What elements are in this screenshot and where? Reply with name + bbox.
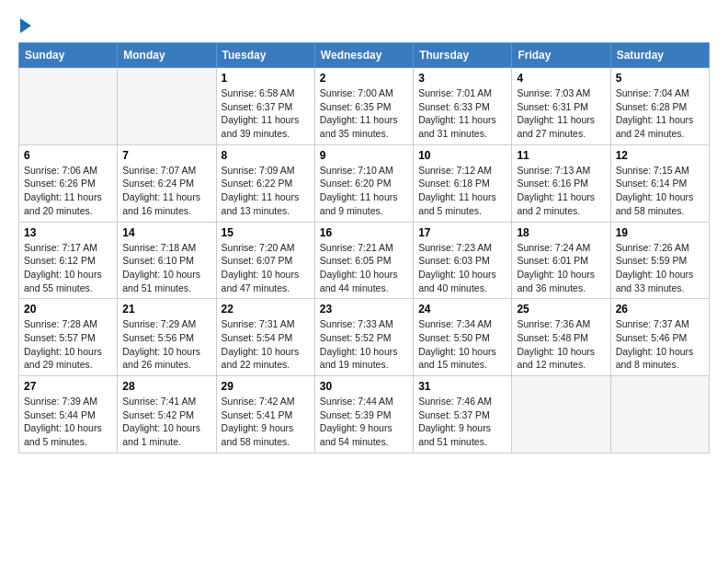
calendar-cell: 25Sunrise: 7:36 AMSunset: 5:48 PMDayligh…: [512, 299, 610, 376]
day-details: Sunrise: 7:46 AMSunset: 5:37 PMDaylight:…: [418, 395, 506, 449]
calendar-cell: 27Sunrise: 7:39 AMSunset: 5:44 PMDayligh…: [19, 376, 118, 454]
day-number: 9: [320, 149, 408, 162]
day-details: Sunrise: 7:20 AMSunset: 6:07 PMDaylight:…: [222, 241, 310, 295]
day-details: Sunrise: 7:34 AMSunset: 5:50 PMDaylight:…: [418, 317, 506, 372]
day-details: Sunrise: 7:15 AMSunset: 6:14 PMDaylight:…: [616, 164, 704, 218]
calendar-week-5: 27Sunrise: 7:39 AMSunset: 5:44 PMDayligh…: [19, 376, 710, 454]
day-number: 31: [418, 380, 506, 393]
calendar-cell: 12Sunrise: 7:15 AMSunset: 6:14 PMDayligh…: [610, 144, 709, 222]
calendar-cell: 7Sunrise: 7:07 AMSunset: 6:24 PMDaylight…: [118, 144, 216, 222]
day-details: Sunrise: 7:44 AMSunset: 5:39 PMDaylight:…: [320, 395, 408, 449]
calendar-cell: 13Sunrise: 7:17 AMSunset: 6:12 PMDayligh…: [19, 222, 118, 299]
day-details: Sunrise: 7:00 AMSunset: 6:35 PMDaylight:…: [320, 86, 408, 141]
day-number: 10: [418, 149, 506, 162]
day-number: 3: [418, 72, 506, 85]
day-details: Sunrise: 7:06 AMSunset: 6:26 PMDaylight:…: [24, 164, 112, 218]
calendar-cell: 9Sunrise: 7:10 AMSunset: 6:20 PMDaylight…: [314, 144, 413, 222]
day-number: 30: [320, 380, 408, 393]
calendar-cell: 10Sunrise: 7:12 AMSunset: 6:18 PMDayligh…: [414, 144, 512, 222]
calendar-week-4: 20Sunrise: 7:28 AMSunset: 5:57 PMDayligh…: [19, 299, 710, 376]
day-details: Sunrise: 7:33 AMSunset: 5:52 PMDaylight:…: [320, 317, 408, 372]
day-number: 29: [222, 380, 310, 393]
day-details: Sunrise: 7:24 AMSunset: 6:01 PMDaylight:…: [517, 241, 605, 295]
calendar-cell: 26Sunrise: 7:37 AMSunset: 5:46 PMDayligh…: [610, 299, 709, 376]
day-number: 22: [222, 303, 310, 316]
day-number: 2: [320, 72, 408, 85]
day-number: 12: [616, 149, 704, 162]
day-number: 7: [122, 149, 210, 162]
day-details: Sunrise: 7:21 AMSunset: 6:05 PMDaylight:…: [320, 241, 408, 295]
calendar-cell: 16Sunrise: 7:21 AMSunset: 6:05 PMDayligh…: [314, 222, 413, 299]
calendar-cell: 6Sunrise: 7:06 AMSunset: 6:26 PMDaylight…: [19, 144, 118, 222]
calendar-cell: 11Sunrise: 7:13 AMSunset: 6:16 PMDayligh…: [512, 144, 610, 222]
page-header: [18, 18, 710, 33]
day-details: Sunrise: 7:31 AMSunset: 5:54 PMDaylight:…: [222, 317, 310, 372]
day-details: Sunrise: 7:03 AMSunset: 6:31 PMDaylight:…: [517, 86, 605, 141]
day-number: 6: [24, 149, 112, 162]
day-details: Sunrise: 7:23 AMSunset: 6:03 PMDaylight:…: [418, 241, 506, 295]
day-details: Sunrise: 7:18 AMSunset: 6:10 PMDaylight:…: [122, 241, 210, 295]
day-details: Sunrise: 7:01 AMSunset: 6:33 PMDaylight:…: [418, 86, 506, 141]
calendar-cell: 23Sunrise: 7:33 AMSunset: 5:52 PMDayligh…: [314, 299, 413, 376]
day-number: 19: [616, 226, 704, 239]
day-details: Sunrise: 7:36 AMSunset: 5:48 PMDaylight:…: [517, 317, 605, 372]
day-details: Sunrise: 7:29 AMSunset: 5:56 PMDaylight:…: [122, 317, 210, 372]
day-number: 20: [24, 303, 112, 316]
day-number: 8: [222, 149, 310, 162]
weekday-header-friday: Friday: [512, 43, 610, 68]
weekday-header-wednesday: Wednesday: [314, 43, 413, 68]
day-number: 14: [122, 226, 210, 239]
calendar-cell: 4Sunrise: 7:03 AMSunset: 6:31 PMDaylight…: [512, 68, 610, 145]
day-details: Sunrise: 6:58 AMSunset: 6:37 PMDaylight:…: [222, 86, 310, 141]
calendar-cell: 22Sunrise: 7:31 AMSunset: 5:54 PMDayligh…: [216, 299, 314, 376]
weekday-header-monday: Monday: [118, 43, 216, 68]
day-details: Sunrise: 7:07 AMSunset: 6:24 PMDaylight:…: [122, 164, 210, 218]
calendar-cell: 21Sunrise: 7:29 AMSunset: 5:56 PMDayligh…: [118, 299, 216, 376]
day-number: 15: [222, 226, 310, 239]
calendar-cell: 5Sunrise: 7:04 AMSunset: 6:28 PMDaylight…: [610, 68, 709, 145]
day-number: 27: [24, 380, 112, 393]
day-details: Sunrise: 7:28 AMSunset: 5:57 PMDaylight:…: [24, 317, 112, 372]
logo: [18, 18, 31, 33]
calendar-header-row: SundayMondayTuesdayWednesdayThursdayFrid…: [19, 43, 710, 68]
calendar-table: SundayMondayTuesdayWednesdayThursdayFrid…: [18, 42, 710, 454]
calendar-week-3: 13Sunrise: 7:17 AMSunset: 6:12 PMDayligh…: [19, 222, 710, 299]
calendar-cell: 24Sunrise: 7:34 AMSunset: 5:50 PMDayligh…: [414, 299, 512, 376]
calendar-cell: 17Sunrise: 7:23 AMSunset: 6:03 PMDayligh…: [414, 222, 512, 299]
day-number: 5: [616, 72, 704, 85]
day-details: Sunrise: 7:04 AMSunset: 6:28 PMDaylight:…: [616, 86, 704, 141]
calendar-cell: [610, 376, 709, 454]
day-number: 4: [517, 72, 605, 85]
day-details: Sunrise: 7:09 AMSunset: 6:22 PMDaylight:…: [222, 164, 310, 218]
day-details: Sunrise: 7:26 AMSunset: 5:59 PMDaylight:…: [616, 241, 704, 295]
day-number: 18: [517, 226, 605, 239]
calendar-week-2: 6Sunrise: 7:06 AMSunset: 6:26 PMDaylight…: [19, 144, 710, 222]
calendar-cell: 20Sunrise: 7:28 AMSunset: 5:57 PMDayligh…: [19, 299, 118, 376]
day-number: 24: [418, 303, 506, 316]
calendar-cell: 14Sunrise: 7:18 AMSunset: 6:10 PMDayligh…: [118, 222, 216, 299]
day-number: 16: [320, 226, 408, 239]
day-details: Sunrise: 7:37 AMSunset: 5:46 PMDaylight:…: [616, 317, 704, 372]
day-number: 28: [122, 380, 210, 393]
logo-arrow-icon: [20, 18, 31, 33]
weekday-header-thursday: Thursday: [414, 43, 512, 68]
calendar-cell: 29Sunrise: 7:42 AMSunset: 5:41 PMDayligh…: [216, 376, 314, 454]
day-number: 11: [517, 149, 605, 162]
day-details: Sunrise: 7:42 AMSunset: 5:41 PMDaylight:…: [222, 395, 310, 449]
day-number: 26: [616, 303, 704, 316]
weekday-header-saturday: Saturday: [610, 43, 709, 68]
day-details: Sunrise: 7:12 AMSunset: 6:18 PMDaylight:…: [418, 164, 506, 218]
calendar-cell: 1Sunrise: 6:58 AMSunset: 6:37 PMDaylight…: [216, 68, 314, 145]
calendar-cell: [512, 376, 610, 454]
day-number: 13: [24, 226, 112, 239]
calendar-cell: 2Sunrise: 7:00 AMSunset: 6:35 PMDaylight…: [314, 68, 413, 145]
day-details: Sunrise: 7:41 AMSunset: 5:42 PMDaylight:…: [122, 395, 210, 449]
calendar-cell: 15Sunrise: 7:20 AMSunset: 6:07 PMDayligh…: [216, 222, 314, 299]
day-number: 23: [320, 303, 408, 316]
day-number: 17: [418, 226, 506, 239]
day-number: 25: [517, 303, 605, 316]
calendar-cell: 31Sunrise: 7:46 AMSunset: 5:37 PMDayligh…: [414, 376, 512, 454]
day-details: Sunrise: 7:10 AMSunset: 6:20 PMDaylight:…: [320, 164, 408, 218]
day-number: 21: [122, 303, 210, 316]
calendar-cell: 30Sunrise: 7:44 AMSunset: 5:39 PMDayligh…: [314, 376, 413, 454]
